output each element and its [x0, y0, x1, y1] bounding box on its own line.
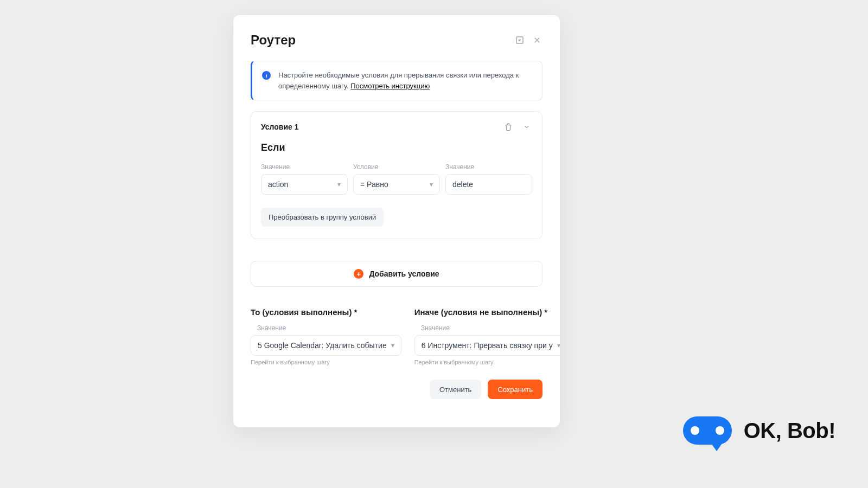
add-condition-button[interactable]: + Добавить условие	[251, 261, 542, 287]
modal-footer: Отменить Сохранить	[251, 380, 542, 399]
then-title: То (условия выполнены) *	[251, 307, 401, 317]
chevron-down-icon: ▾	[557, 342, 560, 349]
header-actions	[514, 35, 542, 46]
add-condition-label: Добавить условие	[369, 269, 439, 278]
operator-label: Условие	[353, 163, 440, 171]
brand-logo-icon	[683, 416, 732, 445]
right-value-input[interactable]: delete	[445, 174, 532, 195]
condition-actions	[503, 121, 532, 132]
branches: То (условия выполнены) * Значение 5 Goog…	[251, 307, 542, 365]
then-branch: То (условия выполнены) * Значение 5 Goog…	[251, 307, 401, 365]
then-value-text: 5 Google Calendar: Удалить событие	[258, 341, 387, 350]
left-field: Значение action ▾	[261, 163, 348, 195]
operator-value-text: = Равно	[360, 180, 388, 189]
modal-title: Роутер	[251, 33, 296, 48]
cancel-button[interactable]: Отменить	[430, 380, 481, 399]
condition-header: Условие 1	[261, 121, 532, 132]
then-select[interactable]: 5 Google Calendar: Удалить событие ▾	[251, 335, 401, 356]
condition-card: Условие 1 Если Значение action ▾ Усло	[251, 111, 542, 239]
chevron-down-icon[interactable]	[521, 121, 532, 132]
logo-dot	[716, 426, 724, 435]
if-label: Если	[261, 142, 532, 153]
chevron-down-icon: ▾	[430, 181, 433, 188]
else-label: Значение	[421, 324, 560, 332]
modal-header: Роутер	[251, 33, 542, 48]
logo-dot	[691, 426, 699, 435]
then-hint: Перейти к выбранному шагу	[251, 359, 401, 365]
router-modal: Роутер Настройте необходимые условия для…	[233, 15, 560, 427]
plus-icon: +	[354, 269, 363, 279]
else-value-text: 6 Инструмент: Прервать связку при у	[422, 341, 553, 350]
left-value-select[interactable]: action ▾	[261, 174, 348, 195]
condition-title: Условие 1	[261, 123, 299, 131]
left-label: Значение	[261, 163, 348, 171]
convert-to-group-button[interactable]: Преобразовать в группу условий	[261, 208, 384, 227]
else-select[interactable]: 6 Инструмент: Прервать связку при у ▾	[414, 335, 560, 356]
else-branch: Иначе (условия не выполнены) * Значение …	[414, 307, 560, 365]
close-icon[interactable]	[532, 35, 542, 46]
save-button[interactable]: Сохранить	[488, 380, 542, 399]
info-banner: Настройте необходимые условия для прерыв…	[251, 61, 542, 100]
info-icon	[262, 71, 271, 80]
trash-icon[interactable]	[503, 121, 514, 132]
right-value-text: delete	[452, 180, 473, 189]
operator-field: Условие = Равно ▾	[353, 163, 440, 195]
else-hint: Перейти к выбранному шагу	[414, 359, 560, 365]
operator-select[interactable]: = Равно ▾	[353, 174, 440, 195]
then-label: Значение	[257, 324, 401, 332]
right-label: Значение	[445, 163, 532, 171]
info-text: Настройте необходимые условия для прерыв…	[278, 70, 532, 91]
brand-overlay: OK, Bob!	[683, 416, 835, 445]
right-field: Значение delete	[445, 163, 532, 195]
left-value-text: action	[268, 180, 288, 189]
brand-text: OK, Bob!	[744, 419, 835, 443]
else-title: Иначе (условия не выполнены) *	[414, 307, 560, 317]
chevron-down-icon: ▾	[337, 181, 341, 188]
info-link[interactable]: Посмотреть инструкцию	[350, 82, 430, 90]
condition-fields: Значение action ▾ Условие = Равно ▾ Знач…	[261, 163, 532, 195]
chevron-down-icon: ▾	[391, 342, 394, 349]
expand-icon[interactable]	[514, 35, 525, 46]
